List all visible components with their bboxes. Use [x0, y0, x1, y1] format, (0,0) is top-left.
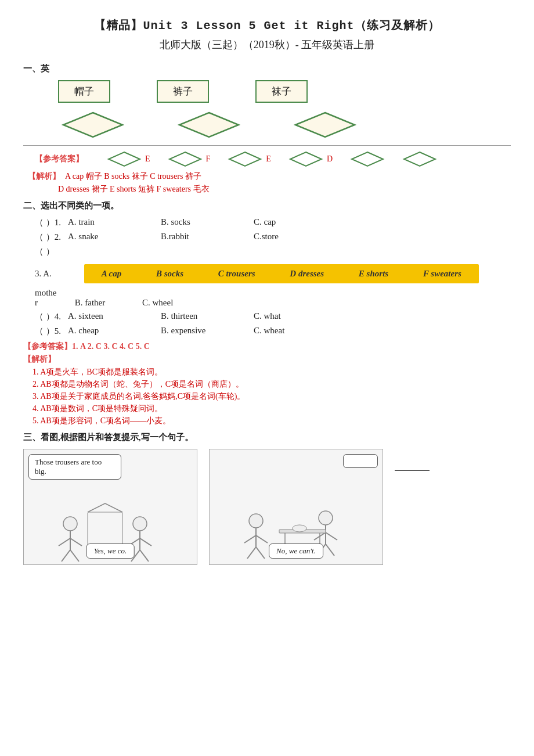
- item5-c: C. wheat: [254, 326, 323, 336]
- picture-box-2: No, we can't.: [209, 449, 383, 565]
- svg-marker-7: [352, 152, 383, 166]
- svg-marker-5: [229, 152, 261, 166]
- hi-eshorts: E shorts: [359, 269, 388, 279]
- answer-diamond-container: E F E D: [107, 150, 437, 168]
- item1-a: A. train: [68, 217, 138, 227]
- title-main: 【精品】Unit 3 Lesson 5 Get it Right（练习及解析）: [23, 17, 511, 33]
- item3-label: 3. A.: [35, 269, 52, 279]
- item2-c: C.store: [254, 232, 323, 242]
- item2-a: A. snake: [68, 232, 138, 242]
- svg-line-13: [62, 550, 70, 561]
- speech-bubble-2: [343, 454, 378, 468]
- svg-point-30: [319, 511, 333, 525]
- title-sub: 北师大版（三起）（2019秋）- 五年级英语上册: [23, 38, 511, 52]
- pictures-row: Those trousers are too big.: [23, 449, 511, 565]
- blank-answer-line: [395, 460, 430, 471]
- svg-point-9: [63, 517, 77, 531]
- section2: 二、选出不同类的一项。 （ ）1. A. train B. socks C. c…: [23, 200, 511, 426]
- item5-b: B. expensive: [161, 326, 230, 336]
- item-paren: （ ）: [35, 246, 55, 257]
- highlight-bar: A cap B socks C trousers D dresses E sho…: [84, 264, 479, 283]
- analysis-item-1: 1. A项是火车，BC项都是服装名词。: [33, 367, 511, 377]
- picture-box-1: Those trousers are too big.: [23, 449, 197, 565]
- vocab-box-socks: 袜子: [255, 80, 308, 103]
- hi-bsocks: B socks: [156, 269, 183, 279]
- analysis-item-2: 2. AB项都是动物名词（蛇、兔子），C项是名词（商店）。: [33, 379, 511, 390]
- analysis-line2: D dresses 裙子 E shorts 短裤 F sweaters 毛衣: [58, 184, 511, 195]
- svg-line-35: [326, 544, 334, 556]
- item1-num: （ ）1.: [35, 217, 61, 228]
- speech-bubble-bottom-2: No, we can't.: [269, 543, 323, 559]
- svg-line-28: [247, 547, 256, 559]
- item4-a: A. sixteen: [68, 311, 138, 321]
- hi-acap: A cap: [102, 269, 122, 279]
- item5-num: （ ）5.: [35, 326, 61, 337]
- answer-letter-F: F: [206, 154, 211, 164]
- svg-marker-8: [404, 152, 435, 166]
- svg-line-18: [140, 538, 151, 546]
- item4-num: （ ）4.: [35, 311, 61, 322]
- ref-label: 【参考答案】: [35, 154, 84, 164]
- item1-c: C. cap: [254, 217, 323, 227]
- section2-header: 二、选出不同类的一项。: [23, 200, 511, 211]
- answer-letter-E: E: [145, 154, 150, 164]
- hi-ctrousers: C trousers: [218, 269, 255, 279]
- speech-bubble-bottom-1: Yes, we co.: [86, 543, 135, 559]
- svg-line-29: [256, 547, 265, 559]
- svg-marker-0: [63, 113, 122, 137]
- section3: 三、看图,根据图片和答复提示,写一个句子。 Those trousers are…: [23, 432, 511, 565]
- analysis-text2: D dresses 裙子 E shorts 短裤 F sweaters 毛衣: [58, 185, 210, 193]
- svg-marker-6: [290, 152, 322, 166]
- answer-diamond-row: 【参考答案】 E F E D: [35, 150, 511, 168]
- ref-answer-section2: 【参考答案】1. A 2. C 3. C 4. C 5. C: [23, 341, 511, 352]
- svg-line-14: [70, 550, 79, 561]
- hi-fsweaters: F sweaters: [423, 269, 461, 279]
- exercise-item-4: （ ）4. A. sixteen B. thirteen C. what: [35, 311, 511, 322]
- svg-line-33: [326, 532, 337, 540]
- item5-a: A. cheap: [68, 326, 138, 336]
- svg-line-27: [256, 535, 268, 543]
- svg-line-26: [244, 535, 256, 543]
- exercise-item-paren: （ ）: [35, 246, 511, 257]
- svg-marker-1: [179, 113, 239, 137]
- item1-b: B. socks: [161, 217, 230, 227]
- diamond-row: [58, 109, 511, 141]
- vocab-box-trousers: 裤子: [157, 80, 209, 103]
- svg-line-22: [88, 503, 105, 512]
- item2-num: （ ）2.: [35, 232, 61, 243]
- diamond-2: [174, 109, 244, 141]
- item2-b: B.rabbit: [161, 232, 230, 242]
- item4-b: B. thirteen: [161, 311, 230, 321]
- svg-line-20: [140, 550, 149, 561]
- analysis-line1: 【解析】 A cap 帽子 B socks 袜子 C trousers 裤子: [28, 171, 511, 182]
- svg-line-23: [105, 503, 122, 512]
- divider1: [23, 145, 511, 146]
- analysis-item-4: 4. AB项是数词，C项是特殊疑问词。: [33, 404, 511, 414]
- vocab-box-hat: 帽子: [58, 80, 110, 103]
- answer-letter-E2: E: [266, 154, 271, 164]
- exercise-item-5: （ ）5. A. cheap B. expensive C. wheat: [35, 326, 511, 337]
- svg-marker-3: [109, 152, 140, 166]
- vocab-boxes-row: 帽子 裤子 袜子: [58, 80, 511, 103]
- exercise-item-2: （ ）2. A. snake B.rabbit C.store: [35, 232, 511, 243]
- diamond-1: [58, 109, 128, 141]
- exercise-item-1: （ ）1. A. train B. socks C. cap: [35, 217, 511, 228]
- hi-ddresses: D dresses: [290, 269, 324, 279]
- section3-header: 三、看图,根据图片和答复提示,写一个句子。: [23, 432, 511, 443]
- svg-point-39: [293, 525, 306, 532]
- analysis-item-3: 3. AB项是关于家庭成员的名词,爸爸妈妈,C项是名词(车轮)。: [33, 391, 511, 402]
- diamond-3: [290, 109, 360, 141]
- svg-marker-4: [169, 152, 201, 166]
- answer-letter-D: D: [327, 154, 333, 164]
- svg-line-12: [70, 538, 82, 546]
- svg-marker-2: [295, 113, 355, 137]
- speech-bubble-1: Those trousers are too big.: [28, 454, 121, 480]
- item4-c: C. what: [254, 311, 323, 321]
- svg-point-24: [249, 514, 263, 528]
- item3-mother: mothe r B. father C. wheel: [35, 288, 511, 308]
- analysis-header-section2: 【解析】: [23, 354, 511, 365]
- analysis-text1: A cap 帽子 B socks 袜子 C trousers 裤子: [65, 171, 201, 182]
- analysis-item-5: 5. AB项是形容词，C项名词——小麦。: [33, 416, 511, 426]
- section1: 一、英 帽子 裤子 袜子 【参考答案】 E: [23, 63, 511, 195]
- svg-point-15: [133, 517, 147, 531]
